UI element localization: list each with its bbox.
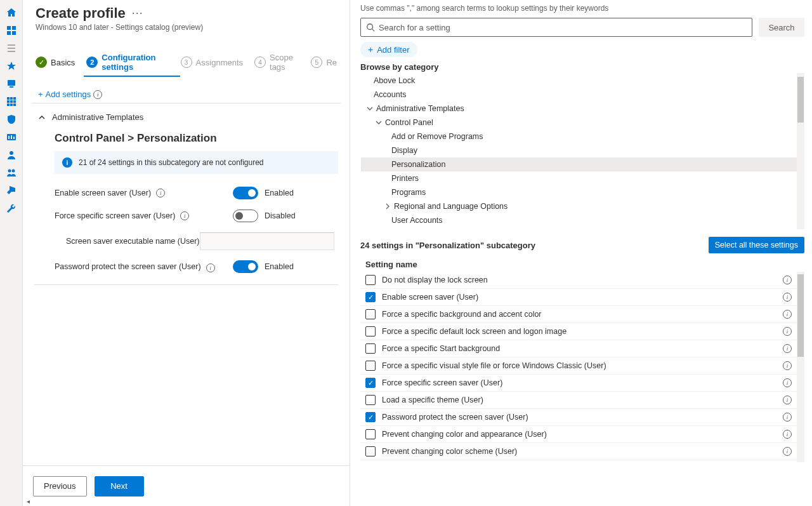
search-input[interactable] xyxy=(379,23,747,32)
info-icon[interactable]: i xyxy=(783,430,792,439)
more-menu-icon[interactable]: ··· xyxy=(132,11,143,15)
picker-subtitle: Use commas "," among search terms to loo… xyxy=(360,0,804,18)
rail-troubleshoot-icon[interactable] xyxy=(0,199,23,217)
wizard-step-assignments[interactable]: 3 Assignments xyxy=(181,57,243,68)
tree-item[interactable]: Add or Remove Programs xyxy=(361,130,797,143)
list-item[interactable]: Force a specific background and accent c… xyxy=(360,306,797,323)
rail-groups-icon[interactable] xyxy=(0,164,23,182)
tree-item[interactable]: User Accounts xyxy=(361,213,797,227)
checkbox[interactable] xyxy=(365,292,376,302)
wizard-step-review[interactable]: 5 Re xyxy=(311,57,337,68)
tree-item-personalization[interactable]: Personalization xyxy=(361,157,797,171)
toggle-force-specific-screen-saver[interactable] xyxy=(233,210,258,222)
toggle-enable-screen-saver[interactable] xyxy=(233,187,258,199)
list-item[interactable]: Force a specific Start backgroundi xyxy=(360,340,797,357)
list-item[interactable]: Do not display the lock screeni xyxy=(360,272,797,289)
info-icon[interactable]: i xyxy=(783,361,792,370)
rail-users-icon[interactable] xyxy=(0,146,23,164)
scrollbar[interactable] xyxy=(797,272,804,462)
add-filter-button[interactable]: + Add filter xyxy=(360,42,417,57)
select-all-button[interactable]: Select all these settings xyxy=(709,237,804,253)
wizard-step-basics[interactable]: ✓ Basics xyxy=(36,57,75,68)
wizard-step-scope-tags[interactable]: 4 Scope tags xyxy=(254,53,299,72)
checkbox[interactable] xyxy=(365,378,376,388)
tree-item[interactable]: Accounts xyxy=(361,88,797,102)
info-icon[interactable]: i xyxy=(783,396,792,404)
tree-item[interactable]: Programs xyxy=(361,185,797,199)
search-box[interactable] xyxy=(360,18,752,37)
rail-dashboard-icon[interactable] xyxy=(0,22,23,39)
chevron-up-icon xyxy=(38,114,46,121)
svg-rect-11 xyxy=(13,97,16,100)
list-item-label: Force a specific visual style file or fo… xyxy=(382,361,776,370)
svg-rect-10 xyxy=(10,97,13,100)
rail-star-icon[interactable] xyxy=(0,57,23,75)
svg-rect-17 xyxy=(13,103,16,106)
tree-item-admin-templates[interactable]: Administrative Templates xyxy=(361,102,797,116)
card-header[interactable]: Administrative Templates xyxy=(34,112,338,128)
add-settings-link[interactable]: + Add settings i xyxy=(29,83,343,103)
search-button[interactable]: Search xyxy=(759,18,804,37)
toggle-password-protect[interactable] xyxy=(233,260,258,273)
list-item[interactable]: Load a specific theme (User)i xyxy=(360,392,797,409)
info-icon[interactable]: i xyxy=(156,189,165,197)
info-icon[interactable]: i xyxy=(180,211,189,220)
list-item-label: Password protect the screen saver (User) xyxy=(382,413,776,422)
scrollbar[interactable] xyxy=(797,73,804,229)
list-item[interactable]: Enable screen saver (User)i xyxy=(360,289,797,306)
rail-home-icon[interactable] xyxy=(0,4,23,22)
rail-reports-icon[interactable] xyxy=(0,128,23,146)
tree-item[interactable]: Printers xyxy=(361,171,797,185)
svg-rect-14 xyxy=(13,100,16,103)
info-icon[interactable]: i xyxy=(783,327,792,336)
svg-rect-1 xyxy=(12,26,16,30)
info-icon[interactable]: i xyxy=(93,90,102,99)
info-icon[interactable]: i xyxy=(783,413,792,422)
checkbox[interactable] xyxy=(365,275,376,285)
rail-security-icon[interactable] xyxy=(0,110,23,128)
rail-tenant-icon[interactable] xyxy=(0,182,23,199)
info-icon[interactable]: i xyxy=(206,263,215,272)
info-icon: i xyxy=(62,157,72,168)
card-title: Control Panel > Personalization xyxy=(34,128,338,151)
next-button[interactable]: Next xyxy=(95,476,144,496)
checkbox[interactable] xyxy=(365,429,376,439)
rail-apps-icon[interactable] xyxy=(0,93,23,110)
checkbox[interactable] xyxy=(365,326,376,336)
checkbox[interactable] xyxy=(365,309,376,319)
step-number-icon: 5 xyxy=(311,57,322,68)
checkbox[interactable] xyxy=(365,446,376,456)
list-item[interactable]: Prevent changing color scheme (User)i xyxy=(360,443,797,460)
info-icon[interactable]: i xyxy=(783,310,792,319)
rail-list-icon[interactable] xyxy=(0,39,23,57)
previous-button[interactable]: Previous xyxy=(33,476,87,496)
checkbox[interactable] xyxy=(365,343,376,354)
tree-item[interactable]: Above Lock xyxy=(361,74,797,88)
list-item[interactable]: Force specific screen saver (User)i xyxy=(360,375,797,392)
list-item[interactable]: Force a specific visual style file or fo… xyxy=(360,357,797,375)
info-icon[interactable]: i xyxy=(783,276,792,284)
column-header-setting-name: Setting name xyxy=(365,260,804,269)
caret-left-icon[interactable]: ◂ xyxy=(27,498,30,505)
info-icon[interactable]: i xyxy=(783,293,792,302)
info-icon[interactable]: i xyxy=(783,344,792,353)
checkbox[interactable] xyxy=(365,412,376,422)
checkbox[interactable] xyxy=(365,395,376,405)
rail-device-icon[interactable] xyxy=(0,75,23,93)
list-item[interactable]: Prevent changing color and appearance (U… xyxy=(360,426,797,443)
list-item[interactable]: Password protect the screen saver (User)… xyxy=(360,409,797,426)
svg-point-24 xyxy=(11,170,15,173)
tree-item[interactable]: Display xyxy=(361,143,797,157)
screen-saver-exe-input[interactable] xyxy=(200,232,335,250)
info-icon[interactable]: i xyxy=(783,378,792,387)
tree-item-regional[interactable]: Regional and Language Options xyxy=(361,199,797,213)
wizard-step-configuration[interactable]: 2 Configuration settings xyxy=(86,53,169,72)
settings-list: Do not display the lock screeniEnable sc… xyxy=(360,272,804,498)
svg-rect-3 xyxy=(12,31,16,35)
tree-item-control-panel[interactable]: Control Panel xyxy=(361,116,797,130)
list-item[interactable]: Force a specific default lock screen and… xyxy=(360,323,797,340)
checkbox[interactable] xyxy=(365,361,376,371)
wizard-steps: ✓ Basics 2 Configuration settings 3 Assi… xyxy=(29,43,343,72)
page-subtitle: Windows 10 and later - Settings catalog … xyxy=(36,23,337,32)
info-icon[interactable]: i xyxy=(783,447,792,456)
